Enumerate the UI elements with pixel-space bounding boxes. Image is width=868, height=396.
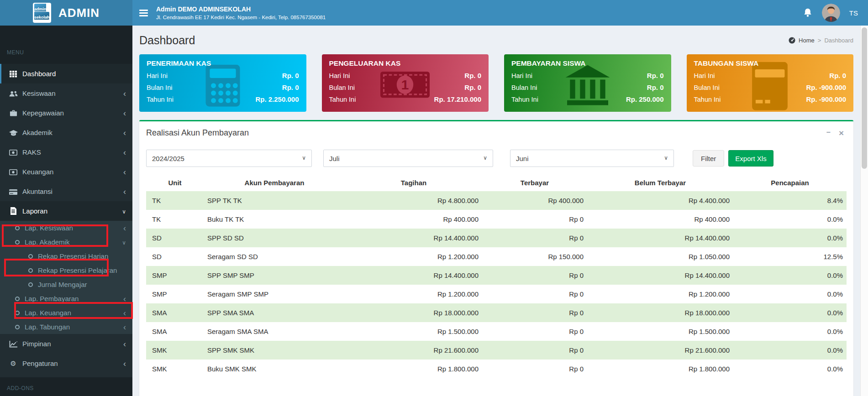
breadcrumb-home-link[interactable]: Home xyxy=(799,37,815,44)
cell-tagihan: Rp 1.200.000 xyxy=(345,247,482,266)
hamburger-menu-icon[interactable] xyxy=(132,0,154,26)
column-header-tagihan: Tagihan xyxy=(345,174,482,191)
sidebar-item-lap-akademik[interactable]: Lap. Akademik xyxy=(0,235,132,249)
column-header-terbayar: Terbayar xyxy=(482,174,587,191)
cell-terbayar: Rp 0 xyxy=(482,210,587,229)
sidebar-item-raks[interactable]: RAKS xyxy=(0,142,132,162)
sidebar-item-lap-kesiswaan[interactable]: Lap. Kesiswaan xyxy=(0,221,132,235)
breadcrumb-separator: > xyxy=(818,37,821,44)
sidebar-item-rekap-presensi-harian[interactable]: Rekap Presensi Harian xyxy=(0,249,132,263)
table-row: SMK SPP SMK SMK Rp 21.600.000 Rp 0 Rp 21… xyxy=(146,341,847,360)
brand-logo[interactable]: admin sekolah .net ADMIN xyxy=(0,0,132,26)
vertical-scrollbar[interactable] xyxy=(860,26,868,396)
cell-pencapaian: 8.4% xyxy=(733,191,847,210)
sidebar-item-lap-keuangan[interactable]: Lap. Keuangan xyxy=(0,306,132,320)
cell-tagihan: Rp 1.200.000 xyxy=(345,285,482,303)
panel-header: Realisasi Akun Pembayaran xyxy=(139,121,853,143)
sidebar-item-pimpinan[interactable]: Pimpinan xyxy=(0,334,132,354)
realisasi-table: Unit Akun Pembayaran Tagihan Terbayar Be… xyxy=(146,174,847,378)
card-row-value: Rp. 17.210.000 xyxy=(434,94,481,105)
sidebar: MENU Dashboard Kesiswaan Kepegawaian xyxy=(0,26,132,396)
tahun-ajaran-select[interactable]: 2024/2025 xyxy=(146,150,312,167)
cell-belum-terbayar: Rp 4.400.000 xyxy=(587,191,733,210)
scrollbar-thumb[interactable] xyxy=(862,27,867,169)
school-info: Admin DEMO ADMINSEKOLAH Jl. Cendrawasih … xyxy=(156,5,326,20)
circle-icon xyxy=(15,240,20,245)
sidebar-item-label: Akademik xyxy=(22,129,53,136)
close-icon[interactable] xyxy=(839,129,844,137)
sidebar-item-rekap-presensi-pelajaran[interactable]: Rekap Presensi Pelajaran xyxy=(0,263,132,277)
school-name: Admin DEMO ADMINSEKOLAH xyxy=(156,5,326,13)
cell-belum-terbayar: Rp 1.050.000 xyxy=(587,247,733,266)
sidebar-item-keuangan[interactable]: Keuangan xyxy=(0,162,132,182)
sidebar-item-lap-tabungan[interactable]: Lap. Tabungan xyxy=(0,320,132,334)
card-row-label: Bulan Ini xyxy=(511,82,537,94)
table-row: SMA Seragam SMA SMA Rp 1.500.000 Rp 0 Rp… xyxy=(146,322,847,341)
filter-button[interactable]: Filter xyxy=(693,150,724,167)
sidebar-item-label: Pengaturan xyxy=(22,360,58,367)
chevron-left-icon xyxy=(123,323,126,331)
laporan-submenu: Lap. Kesiswaan Lap. Akademik Rekap Prese… xyxy=(0,221,132,334)
cell-terbayar: Rp 0 xyxy=(482,303,587,322)
user-initials[interactable]: TS xyxy=(849,9,858,17)
cell-unit: SMK xyxy=(146,341,204,360)
cell-akun: Seragam SMP SMP xyxy=(204,285,345,303)
cell-akun: SPP SMP SMP xyxy=(204,266,345,285)
card-title: TABUNGAN SISWA xyxy=(694,59,847,68)
panel-tools xyxy=(826,129,847,137)
cell-tagihan: Rp 14.400.000 xyxy=(345,229,482,247)
circle-icon xyxy=(28,254,33,259)
content-header: Dashboard Home > Dashboard xyxy=(139,34,853,47)
sidebar-item-label: Kepegawaian xyxy=(22,109,64,117)
filter-row: 2024/2025 Juli Juni Filter Export Xls xyxy=(139,143,853,174)
card-row-value: Rp. 0 xyxy=(464,70,481,82)
minimize-icon[interactable] xyxy=(826,129,831,137)
user-avatar[interactable] xyxy=(822,4,840,22)
export-xls-button[interactable]: Export Xls xyxy=(728,150,773,167)
cell-terbayar: Rp 0 xyxy=(482,229,587,247)
notifications-bell-icon[interactable] xyxy=(803,8,813,18)
card-row-value: Rp. 0 xyxy=(282,82,299,94)
sidebar-item-label: Lap. Keuangan xyxy=(25,309,71,317)
table-row: TK Buku TK TK Rp 400.000 Rp 0 Rp 400.000… xyxy=(146,210,847,229)
table-row: SD SPP SD SD Rp 14.400.000 Rp 0 Rp 14.40… xyxy=(146,229,847,247)
page: admin sekolah .net ADMIN Admin DEMO ADMI… xyxy=(0,0,868,396)
adminsekolah-book-icon: admin sekolah .net xyxy=(33,3,51,23)
cell-pencapaian: 0.0% xyxy=(733,360,847,378)
stat-card-tabungan-siswa: TABUNGAN SISWA Hari IniRp. 0 Bulan IniRp… xyxy=(687,54,854,112)
logo-text-top: admin xyxy=(34,7,47,11)
sidebar-item-pengaturan[interactable]: ⚙ Pengaturan xyxy=(0,354,132,373)
cell-terbayar: Rp 0 xyxy=(482,285,587,303)
sidebar-section-addons: ADD-ONS xyxy=(0,377,132,396)
column-header-akun-pembayaran: Akun Pembayaran xyxy=(204,174,345,191)
sidebar-item-kesiswaan[interactable]: Kesiswaan xyxy=(0,83,132,103)
card-title: PEMBAYARAN SISWA xyxy=(511,59,664,68)
circle-icon xyxy=(15,297,20,301)
circle-icon xyxy=(15,226,20,230)
cell-tagihan: Rp 4.800.000 xyxy=(345,191,482,210)
sidebar-item-dashboard[interactable]: Dashboard xyxy=(0,64,132,83)
circle-icon xyxy=(15,311,20,315)
sidebar-section-menu: MENU xyxy=(0,26,132,64)
sidebar-item-label: Rekap Presensi Harian xyxy=(38,252,108,260)
sidebar-item-lap-pembayaran[interactable]: Lap. Pembayaran xyxy=(0,292,132,306)
card-row-value: Rp. 2.250.000 xyxy=(255,94,299,105)
bulan-awal-select[interactable]: Juli xyxy=(323,150,493,167)
credit-card-icon xyxy=(8,188,18,195)
sidebar-item-kepegawaian[interactable]: Kepegawaian xyxy=(0,103,132,123)
card-row-value: Rp. 0 xyxy=(282,70,299,82)
sidebar-item-jurnal-mengajar[interactable]: Jurnal Mengajar xyxy=(0,277,132,292)
cell-unit: SMP xyxy=(146,285,204,303)
chevron-left-icon xyxy=(123,109,126,117)
card-row-value: Rp. 250.000 xyxy=(626,94,664,105)
money-icon xyxy=(8,168,18,176)
card-row-value: Rp. 0 xyxy=(647,82,664,94)
sidebar-item-laporan[interactable]: Laporan xyxy=(0,201,132,221)
sidebar-item-akademik[interactable]: Akademik xyxy=(0,123,132,142)
bulan-akhir-select[interactable]: Juni xyxy=(510,150,674,167)
column-header-belum-terbayar: Belum Terbayar xyxy=(587,174,733,191)
sidebar-item-akuntansi[interactable]: Akuntansi xyxy=(0,182,132,201)
sidebar-item-label: Dashboard xyxy=(22,70,56,78)
cell-akun: SPP TK TK xyxy=(204,191,345,210)
cell-pencapaian: 0.0% xyxy=(733,285,847,303)
